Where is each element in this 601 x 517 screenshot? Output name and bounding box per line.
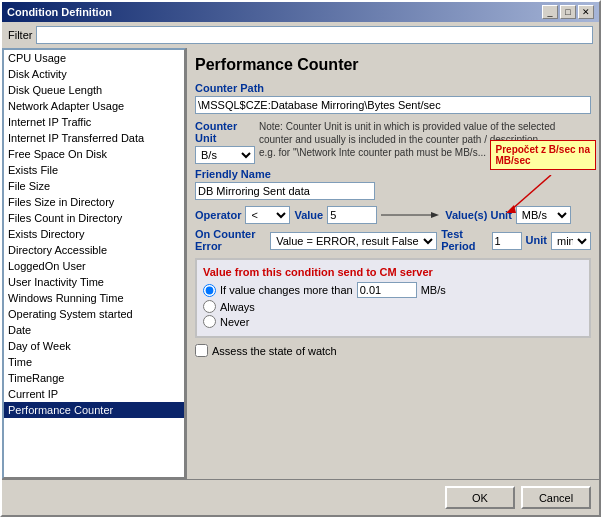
list-item[interactable]: File Size xyxy=(4,178,184,194)
radio-if-value-row: If value changes more than MB/s xyxy=(203,282,583,298)
arrow-to-values-unit xyxy=(381,208,441,222)
list-item[interactable]: Free Space On Disk xyxy=(4,146,184,162)
radio-always[interactable] xyxy=(203,300,216,313)
radio3-label: Never xyxy=(220,316,249,328)
list-item[interactable]: Operating System started xyxy=(4,306,184,322)
list-item[interactable]: Day of Week xyxy=(4,338,184,354)
bottom-buttons: OK Cancel xyxy=(2,479,599,515)
counter-unit-label: Counter Unit xyxy=(195,120,255,144)
list-item[interactable]: Exists Directory xyxy=(4,226,184,242)
condition-list[interactable]: CPU UsageDisk ActivityDisk Queue LengthN… xyxy=(2,48,186,479)
list-item[interactable]: Disk Activity xyxy=(4,66,184,82)
title-bar-buttons: _ □ ✕ xyxy=(542,5,594,19)
radio2-label: Always xyxy=(220,301,255,313)
filter-label: Filter xyxy=(8,29,32,41)
on-counter-error-label: On Counter Error xyxy=(195,228,266,252)
list-item[interactable]: Current IP xyxy=(4,386,184,402)
unit-select[interactable]: minsechr xyxy=(551,232,591,250)
filter-bar: Filter xyxy=(2,22,599,48)
dialog-body: Filter CPU UsageDisk ActivityDisk Queue … xyxy=(2,22,599,515)
list-item[interactable]: LoggedOn User xyxy=(4,258,184,274)
on-counter-row: On Counter Error Value = ERROR, result F… xyxy=(195,228,591,254)
close-button[interactable]: ✕ xyxy=(578,5,594,19)
title-bar: Condition Definition _ □ ✕ xyxy=(2,2,599,22)
counter-unit-select[interactable]: B/sKB/sMB/sGB/s xyxy=(195,146,255,164)
list-item[interactable]: Disk Queue Length xyxy=(4,82,184,98)
radio1-unit: MB/s xyxy=(421,284,446,296)
counter-path-input[interactable] xyxy=(195,96,591,114)
list-item[interactable]: CPU Usage xyxy=(4,50,184,66)
counter-unit-group: Counter Unit B/sKB/sMB/sGB/s xyxy=(195,120,255,164)
counter-path-group: Counter Path xyxy=(195,82,591,114)
counter-path-label: Counter Path xyxy=(195,82,591,94)
list-item[interactable]: Directory Accessible xyxy=(4,242,184,258)
radio-never[interactable] xyxy=(203,315,216,328)
list-item[interactable]: TimeRange xyxy=(4,370,184,386)
callout-arrow xyxy=(506,175,556,215)
maximize-button[interactable]: □ xyxy=(560,5,576,19)
send-box: Value from this condition send to CM ser… xyxy=(195,258,591,338)
list-item[interactable]: Files Count in Directory xyxy=(4,210,184,226)
list-item[interactable]: Exists File xyxy=(4,162,184,178)
svg-marker-3 xyxy=(431,212,439,218)
cancel-button[interactable]: Cancel xyxy=(521,486,591,509)
list-item[interactable]: Internet IP Traffic xyxy=(4,114,184,130)
list-item[interactable]: Network Adapter Usage xyxy=(4,98,184,114)
unit-label: Unit xyxy=(526,234,547,246)
list-item[interactable]: Performance Counter xyxy=(4,402,184,418)
operator-label: Operator xyxy=(195,209,241,221)
ok-button[interactable]: OK xyxy=(445,486,515,509)
list-item[interactable]: Internet IP Transferred Data xyxy=(4,130,184,146)
condition-definition-window: Condition Definition _ □ ✕ Filter CPU Us… xyxy=(0,0,601,517)
operator-select[interactable]: <<==>=>!= xyxy=(245,206,290,224)
svg-line-0 xyxy=(511,175,551,210)
radio-never-row: Never xyxy=(203,315,583,328)
friendly-name-input[interactable] xyxy=(195,182,375,200)
left-panel: CPU UsageDisk ActivityDisk Queue LengthN… xyxy=(2,48,187,479)
list-item[interactable]: Date xyxy=(4,322,184,338)
minimize-button[interactable]: _ xyxy=(542,5,558,19)
assess-label: Assess the state of watch xyxy=(212,345,337,357)
list-item[interactable]: Windows Running Time xyxy=(4,290,184,306)
value-label: Value xyxy=(294,209,323,221)
right-panel: Performance Counter Counter Path Counter… xyxy=(187,48,599,479)
filter-input[interactable] xyxy=(36,26,593,44)
window-title: Condition Definition xyxy=(7,6,112,18)
main-content: CPU UsageDisk ActivityDisk Queue LengthN… xyxy=(2,48,599,479)
radio-if-value[interactable] xyxy=(203,284,216,297)
list-item[interactable]: Files Size in Directory xyxy=(4,194,184,210)
radio1-label: If value changes more than xyxy=(220,284,353,296)
list-item[interactable]: Time xyxy=(4,354,184,370)
assess-row: Assess the state of watch xyxy=(195,344,591,357)
counter-unit-note-row: Counter Unit B/sKB/sMB/sGB/s Note: Count… xyxy=(195,120,591,164)
values-unit-label: Value(s) Unit xyxy=(445,209,512,221)
value-input[interactable] xyxy=(327,206,377,224)
radio-always-row: Always xyxy=(203,300,583,313)
callout-tooltip: Prepočet z B/sec na MB/sec xyxy=(490,140,596,170)
list-item[interactable]: User Inactivity Time xyxy=(4,274,184,290)
on-counter-error-select[interactable]: Value = ERROR, result FalseValue = ERROR… xyxy=(270,232,437,250)
assess-checkbox[interactable] xyxy=(195,344,208,357)
radio1-value-input[interactable] xyxy=(357,282,417,298)
send-box-title: Value from this condition send to CM ser… xyxy=(203,266,583,278)
test-period-input[interactable] xyxy=(492,232,522,250)
test-period-label: Test Period xyxy=(441,228,487,252)
right-title: Performance Counter xyxy=(195,56,591,74)
